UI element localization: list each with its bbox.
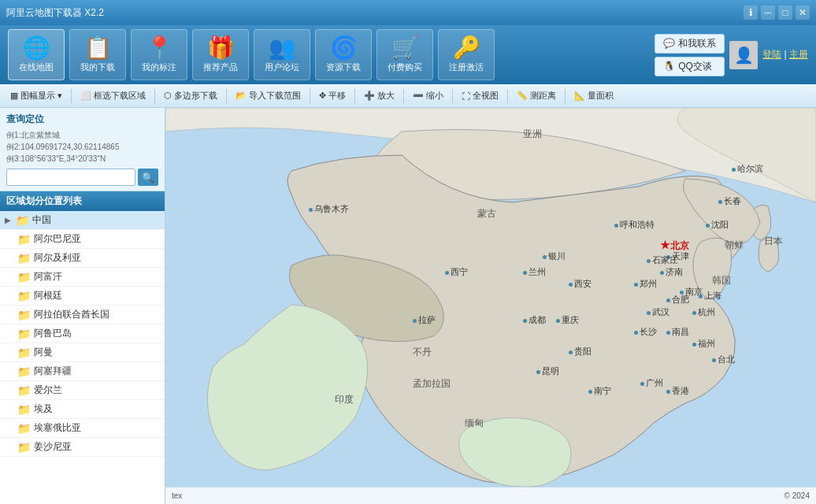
region-name: 阿根廷 <box>34 289 62 302</box>
region-name: 阿尔及利亚 <box>34 251 81 265</box>
region-item[interactable]: 📁阿鲁巴岛 <box>0 324 165 343</box>
tool-my-mark[interactable]: 📍 我的标注 <box>131 29 187 80</box>
expand-arrow-icon: ▶ <box>5 216 11 224</box>
contact-icon: 💬 <box>663 38 675 49</box>
folder-icon: 📁 <box>17 422 31 435</box>
folder-icon: 📁 <box>17 403 31 416</box>
folder-icon: 📁 <box>17 290 31 302</box>
divider-9 <box>565 89 566 103</box>
polygon-download-btn[interactable]: ⬡ 多边形下载 <box>158 88 223 103</box>
region-name: 姜沙尼亚 <box>34 440 72 454</box>
coord-display: © 2024 <box>784 491 810 500</box>
region-item[interactable]: 📁阿尔巴尼亚 <box>0 230 165 249</box>
frame-download-btn[interactable]: ⬜ 框选下载区域 <box>75 88 151 103</box>
app-title: 阿里云地图下载器 X2.2 <box>6 6 104 20</box>
globe-icon: 🌐 <box>23 37 50 59</box>
folder-icon: 📁 <box>17 365 31 378</box>
search-row: 🔍 <box>6 169 158 186</box>
user-actions: 登陆 | 主册 <box>762 48 808 61</box>
measure-distance-btn[interactable]: 📏 测距离 <box>511 88 562 103</box>
tool-register[interactable]: 🔑 注册激活 <box>438 29 495 80</box>
minus-icon: ➖ <box>413 91 424 101</box>
folder-icon: 📁 <box>17 271 31 284</box>
region-item[interactable]: 📁阿拉伯联合酋长国 <box>0 306 165 324</box>
login-link[interactable]: 登陆 <box>762 49 781 60</box>
main-link[interactable]: 主册 <box>789 49 808 60</box>
full-view-btn[interactable]: ⛶ 全视图 <box>456 88 504 103</box>
region-item[interactable]: 📁埃及 <box>0 400 165 419</box>
window-controls: ℹ ─ □ ✕ <box>744 6 810 20</box>
region-item[interactable]: 📁姜沙尼亚 <box>0 438 165 457</box>
region-list-title: 区域划分位置列表 <box>0 191 165 211</box>
qq-button[interactable]: 🐧 QQ交谈 <box>655 57 725 76</box>
divider-7 <box>452 89 453 103</box>
tool-my-download[interactable]: 📋 我的下载 <box>69 29 126 80</box>
map-svg <box>165 108 816 504</box>
frame-dl-icon: ⬜ <box>80 91 91 101</box>
zoom-out-btn[interactable]: ➖ 缩小 <box>407 88 449 103</box>
example-2: 例2:104.09691724,30.62114865 <box>6 141 158 153</box>
close-button[interactable]: ✕ <box>796 6 810 20</box>
region-item[interactable]: 📁阿塞拜疆 <box>0 362 165 381</box>
titlebar: 阿里云地图下载器 X2.2 ℹ ─ □ ✕ <box>0 0 816 25</box>
example-1: 例1:北京紫禁城 <box>6 129 158 141</box>
full-view-icon: ⛶ <box>462 91 470 101</box>
status-text: tex <box>172 491 182 500</box>
region-item[interactable]: 📁埃塞俄比亚 <box>0 419 165 438</box>
key-icon: 🔑 <box>453 37 480 59</box>
search-input[interactable] <box>6 169 135 186</box>
dropdown-icon: ▾ <box>57 91 62 101</box>
tool-recommend[interactable]: 🎁 推荐产品 <box>192 29 249 80</box>
zoom-in-btn[interactable]: ➕ 放大 <box>358 88 400 103</box>
region-item[interactable]: 📁阿根廷 <box>0 287 165 306</box>
area-icon: 📐 <box>574 91 585 101</box>
info-button[interactable]: ℹ <box>744 6 758 20</box>
resource-icon: 🌀 <box>330 37 358 59</box>
grid-icon: ▦ <box>10 91 18 101</box>
maximize-button[interactable]: □ <box>778 6 792 20</box>
query-title: 查询定位 <box>6 113 158 126</box>
map-area[interactable]: 亚洲蒙古哈尔滨长春沈阳朝鲜韩国日本★北京天津呼和浩特乌鲁木齐西宁银川兰州石家庄济… <box>165 108 816 504</box>
folder-icon: 📁 <box>17 328 31 340</box>
qq-icon: 🐧 <box>663 61 675 72</box>
polygon-icon: ⬡ <box>164 91 172 101</box>
folder-icon: 📁 <box>17 309 31 321</box>
region-item[interactable]: 📁爱尔兰 <box>0 381 165 400</box>
avatar: 👤 <box>729 41 758 69</box>
region-name: 爱尔兰 <box>34 384 62 397</box>
contact-button[interactable]: 💬 和我联系 <box>655 34 725 54</box>
region-name: 阿曼 <box>34 346 53 359</box>
region-item[interactable]: 📁阿富汗 <box>0 268 165 287</box>
region-list[interactable]: ▶📁中国📁阿尔巴尼亚📁阿尔及利亚📁阿富汗📁阿根廷📁阿拉伯联合酋长国📁阿鲁巴岛📁阿… <box>0 211 165 504</box>
tool-online-map[interactable]: 🌐 在线地图 <box>8 29 65 80</box>
plus-icon: ➕ <box>364 91 375 101</box>
query-section: 查询定位 例1:北京紫禁城 例2:104.09691724,30.6211486… <box>0 108 165 191</box>
pan-btn[interactable]: ✥ 平移 <box>313 88 351 103</box>
import-range-btn[interactable]: 📂 导入下载范围 <box>230 88 306 103</box>
region-name: 阿鲁巴岛 <box>34 327 72 340</box>
region-item[interactable]: ▶📁中国 <box>0 211 165 230</box>
tool-purchase[interactable]: 🛒 付费购买 <box>376 29 433 80</box>
tool-forum[interactable]: 👥 用户论坛 <box>254 29 310 80</box>
secondary-toolbar: ▦ 图幅显示 ▾ ⬜ 框选下载区域 ⬡ 多边形下载 📂 导入下载范围 ✥ 平移 … <box>0 84 816 108</box>
region-name: 埃塞俄比亚 <box>34 421 81 435</box>
pan-icon: ✥ <box>319 91 326 101</box>
region-name: 埃及 <box>34 402 53 416</box>
region-name: 阿富汗 <box>34 270 62 284</box>
main-toolbar: 🌐 在线地图 📋 我的下载 📍 我的标注 🎁 推荐产品 👥 用户论坛 🌀 资源下… <box>0 25 816 84</box>
users-icon: 👥 <box>269 37 296 59</box>
divider-3 <box>226 89 227 103</box>
toolbar-right-section: 💬 和我联系 🐧 QQ交谈 <box>655 34 725 76</box>
measure-area-btn[interactable]: 📐 量面积 <box>569 88 619 103</box>
frame-display-btn[interactable]: ▦ 图幅显示 ▾ <box>5 88 68 103</box>
region-name: 中国 <box>32 213 51 227</box>
tool-resource[interactable]: 🌀 资源下载 <box>315 29 372 80</box>
search-button[interactable]: 🔍 <box>138 169 158 186</box>
minimize-button[interactable]: ─ <box>761 6 775 20</box>
folder-icon: 📁 <box>17 441 31 454</box>
sidebar: 查询定位 例1:北京紫禁城 例2:104.09691724,30.6211486… <box>0 108 165 504</box>
region-name: 阿尔巴尼亚 <box>34 232 81 246</box>
region-item[interactable]: 📁阿尔及利亚 <box>0 249 165 268</box>
example-3: 例3:108°56′33″E,34°20′33″N <box>6 153 158 165</box>
region-item[interactable]: 📁阿曼 <box>0 343 165 362</box>
